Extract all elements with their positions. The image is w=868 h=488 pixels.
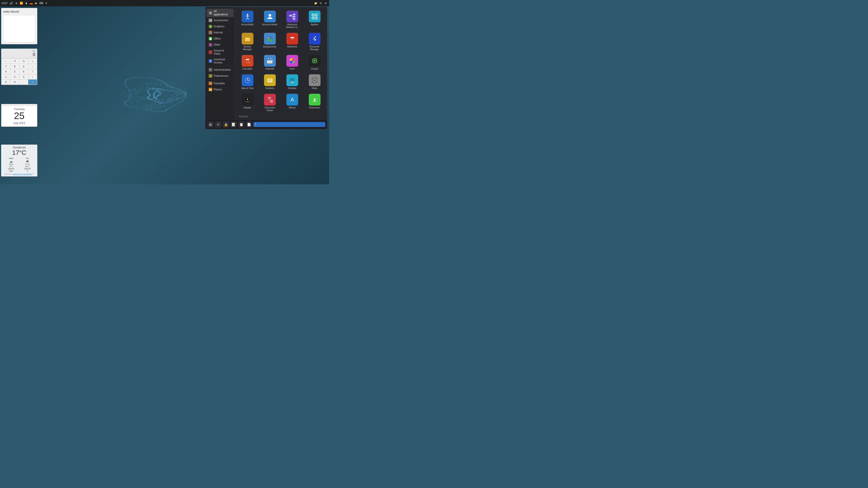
- calc-btn-1[interactable]: 1: [2, 74, 10, 79]
- calc-btn-pct[interactable]: %: [20, 59, 28, 64]
- svg-rect-14: [315, 14, 317, 16]
- sidebar-item-favorites[interactable]: ★ Favorites: [206, 80, 234, 86]
- calc-btn-sub[interactable]: −: [28, 64, 37, 69]
- recent-section-label: Recent: [237, 115, 325, 118]
- app-item-applets[interactable]: Applets: [304, 9, 325, 30]
- app-item-desklets[interactable]: Desklets: [259, 72, 281, 91]
- app-item-bluetooth-manager[interactable]: Bluetooth Manager: [304, 31, 325, 52]
- sidebar-item-preferences[interactable]: ⚙ Preferences: [206, 73, 234, 79]
- volume-icon[interactable]: 🔊: [9, 1, 13, 5]
- lock-button[interactable]: 🔒: [223, 121, 229, 128]
- app-item-disks[interactable]: Disks: [304, 72, 325, 91]
- battery-icon[interactable]: ▮: [24, 1, 29, 5]
- app-icon-docviewer: [264, 94, 276, 105]
- app-item-copyq[interactable]: CopyQ: [304, 53, 325, 72]
- calc-btn-back[interactable]: ←: [2, 59, 10, 64]
- calc-btn-4[interactable]: 4: [2, 69, 10, 74]
- calc-btn-add[interactable]: +: [28, 59, 37, 64]
- keyboard-icon[interactable]: ⌨: [39, 1, 43, 5]
- sidebar-icon-prefs: ⚙: [209, 74, 212, 78]
- app-icon-disks: [309, 74, 320, 86]
- sidebar-item-universal-access[interactable]: ♿ Universal Access: [206, 57, 234, 65]
- app-icon-network: [286, 11, 298, 22]
- app-item-archive-manager[interactable]: Archive Manager: [237, 31, 258, 52]
- calc-btn-6[interactable]: 6: [20, 69, 28, 74]
- sidebar-label-internet: Internet: [214, 31, 223, 34]
- app-item-betterbird[interactable]: Betterbird: [281, 31, 303, 52]
- weather-city: Osnabrück: [3, 146, 35, 149]
- media-player-icon[interactable]: ▶: [34, 1, 38, 5]
- app-item-calendar[interactable]: 1 2 3 4 5 6 7 8 9 10 Calendar: [259, 53, 281, 72]
- app-item-effects[interactable]: Effects: [281, 92, 303, 113]
- weather-source-link[interactable]: www.bbc.co.uk/weather: [13, 173, 32, 175]
- app-item-calculator[interactable]: + − × ÷ = % Calculator: [237, 53, 258, 72]
- sidebar-item-office[interactable]: 📄 Office: [206, 36, 234, 41]
- sidebar-divider-2: [207, 79, 233, 80]
- search-input[interactable]: [253, 122, 325, 127]
- bluetooth-icon[interactable]: ★: [14, 1, 19, 5]
- folder-icon[interactable]: 📁: [314, 1, 318, 5]
- system-monitor-icon[interactable]: ✦: [44, 1, 49, 5]
- app-label-calculator: Calculator: [242, 68, 252, 70]
- app-item-desktop[interactable]: Desktop: [281, 72, 303, 91]
- app-item-accessibility[interactable]: Accessibility: [237, 9, 258, 30]
- svg-rect-52: [290, 78, 295, 81]
- calc-btn-mul[interactable]: ×: [28, 69, 37, 74]
- app-item-date-time[interactable]: Date & Time: [237, 72, 258, 91]
- svg-point-0: [247, 14, 248, 15]
- weather-source: Data from www.bbc.co.uk/weather ↺: [3, 173, 35, 175]
- sidebar-item-all-applications[interactable]: ⊞ All applications: [206, 8, 234, 17]
- sidebar-item-places[interactable]: 📁 Places: [206, 87, 234, 92]
- app-item-extensions[interactable]: Extensions: [304, 92, 325, 113]
- svg-rect-32: [268, 58, 269, 59]
- sidebar-label-admin: Administration: [214, 68, 231, 71]
- app-label-extensions: Extensions: [309, 106, 320, 109]
- flag-de-icon[interactable]: 🇩🇪: [29, 1, 33, 5]
- app-item-display[interactable]: Display: [237, 92, 258, 113]
- hello-world-body: [3, 15, 35, 42]
- app-label-applets: Applets: [311, 23, 318, 26]
- weather-day-wed-icon: ☁: [8, 160, 14, 163]
- settings2-icon[interactable]: ⚙: [324, 1, 328, 5]
- sidebar-item-sound-video[interactable]: 🎵 Sound & Video: [206, 48, 234, 57]
- calc-btn-3[interactable]: 3: [20, 74, 28, 79]
- calc-btn-rot[interactable]: ↺: [10, 59, 19, 64]
- svg-rect-64: [268, 97, 271, 98]
- wifi-icon[interactable]: 📶: [20, 1, 24, 5]
- calc-btn-div[interactable]: ÷: [28, 74, 37, 79]
- app-icon-backgrounds: [264, 33, 276, 44]
- calc-btn-9[interactable]: 9: [20, 64, 28, 69]
- calc-btn-dot[interactable]: .: [20, 79, 28, 85]
- notes-button[interactable]: 📝: [230, 121, 237, 128]
- calc-btn-5[interactable]: 5: [10, 69, 19, 74]
- sidebar-item-graphics[interactable]: 🎨 Graphics: [206, 24, 234, 29]
- sidebar-icon-all: ⊞: [209, 11, 212, 15]
- svg-rect-7: [293, 14, 295, 15]
- sidebar-item-administration[interactable]: 🛡 Administration: [206, 67, 234, 73]
- weather-day-thu: Thu 🌧 17°C 15°C 18km/h S: [24, 157, 31, 172]
- calc-btn-7[interactable]: 7: [2, 64, 10, 69]
- app-menu-content: ⊞ All applications ⚙ Accessories 🎨 Graph…: [206, 7, 327, 120]
- sidebar-item-accessories[interactable]: ⚙ Accessories: [206, 18, 234, 23]
- calc-btn-8[interactable]: 8: [10, 64, 19, 69]
- app-item-backgrounds[interactable]: Backgrounds: [259, 31, 281, 52]
- app-item-document-viewer[interactable]: Document Viewer: [259, 92, 281, 113]
- sidebar-item-internet[interactable]: 🌐 Internet: [206, 30, 234, 35]
- files-button[interactable]: 📋: [238, 121, 244, 128]
- app-item-advanced-network[interactable]: Advanced Network Co.: [281, 9, 303, 30]
- weather-refresh-icon[interactable]: ↺: [32, 173, 34, 175]
- calc-btn-2[interactable]: 2: [10, 74, 19, 79]
- app-item-color[interactable]: Color: [281, 53, 303, 72]
- calc-btn-eq[interactable]: =: [28, 79, 37, 85]
- app-label-copyq: CopyQ: [311, 68, 318, 70]
- calc-btn-0[interactable]: 0: [2, 79, 10, 85]
- settings-icon[interactable]: ⚙: [319, 1, 323, 5]
- app-item-account-details[interactable]: Account details: [259, 9, 281, 30]
- refresh-button[interactable]: ↺: [215, 121, 221, 128]
- svg-line-10: [291, 14, 293, 15]
- sidebar-item-other[interactable]: ● Other: [206, 42, 234, 48]
- text-editor-button[interactable]: 📄: [246, 121, 252, 128]
- svg-rect-61: [246, 101, 249, 102]
- calc-btn-pct2[interactable]: %: [10, 79, 19, 85]
- power-button[interactable]: ⏻: [207, 121, 214, 128]
